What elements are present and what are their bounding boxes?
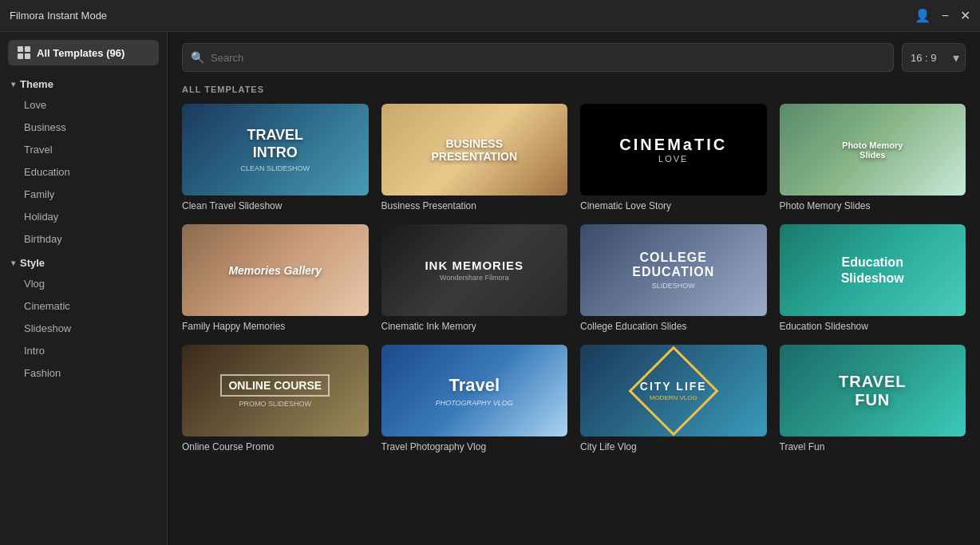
thumb-sub-travel-vlog: PHOTOGRAPHY VLOG [436,399,513,407]
sidebar-item-intro[interactable]: Intro [5,340,162,361]
thumb-title-online: ONLINE COURSE [220,374,330,397]
grid-icon [18,46,30,59]
template-card-clean-travel[interactable]: TRAVELINTRO CLEAN SLIDESHOW Clean Travel… [182,104,369,211]
search-input-wrapper[interactable]: 🔍 [182,43,894,72]
thumb-title-city: CITY LIFE [640,380,707,393]
template-thumb-cinematic: CINEMaTIC LOVE [580,104,767,195]
template-thumb-family: Memories Gallery [182,224,369,316]
theme-label: Theme [20,78,53,90]
thumb-title-business: BUSINESSPRESENTATION [431,137,517,163]
user-icon[interactable]: 👤 [915,8,931,23]
template-card-city[interactable]: CITY LIFE MODERN VLOG City Life Vlog [580,345,767,452]
template-thumb-photo-memory: Photo MemorySlides [780,104,966,195]
thumb-title-travel-vlog: Travel [436,375,513,396]
template-label-college: College Education Slides [580,321,767,332]
template-card-travel-vlog[interactable]: Travel PHOTOGRAPHY VLOG Travel Photograp… [381,345,568,452]
thumb-sub-online: PROMO SLIDESHOW [239,400,311,408]
template-thumb-online: ONLINE COURSE PROMO SLIDESHOW [182,345,369,436]
search-bar-row: 🔍 16 : 9 9 : 16 1 : 1 4 : 3 [182,43,966,72]
aspect-ratio-select[interactable]: 16 : 9 9 : 16 1 : 1 4 : 3 [902,43,966,72]
template-card-family[interactable]: Memories Gallery Family Happy Memories [182,224,369,332]
sidebar-item-education[interactable]: Education [5,161,162,183]
template-card-photo-memory[interactable]: Photo MemorySlides Photo Memory Slides [780,104,966,211]
search-input[interactable] [211,52,885,64]
title-bar-controls: 👤 − ✕ [915,8,970,23]
template-card-edu[interactable]: EducationSlideshow Education Slideshow [780,224,966,332]
thumb-title-cinematic: CINEMaTIC [619,136,727,154]
template-label-travel-vlog: Travel Photography Vlog [381,441,568,452]
template-grid: TRAVELINTRO CLEAN SLIDESHOW Clean Travel… [182,104,966,452]
sidebar-item-business[interactable]: Business [5,117,162,138]
template-thumb-business: BUSINESSPRESENTATION [381,104,568,195]
main-layout: All Templates (96) ▾ Theme Love Business… [0,32,980,545]
all-templates-label: All Templates (96) [37,47,124,59]
template-card-travel-fun[interactable]: TRAVELFUN Travel Fun [780,345,966,452]
sidebar-item-love[interactable]: Love [5,94,162,116]
template-thumb-city: CITY LIFE MODERN VLOG [580,345,767,436]
template-thumb-college: COLLEGEEDUCATION SLIDESHOW [580,224,767,316]
style-label: Style [20,257,45,269]
template-label-travel-fun: Travel Fun [780,441,966,452]
template-label-clean-travel: Clean Travel Slideshow [182,200,369,211]
template-thumb-clean-travel: TRAVELINTRO CLEAN SLIDESHOW [182,104,369,195]
template-label-business: Business Presentation [381,200,568,211]
thumb-sub-cinematic: LOVE [619,154,727,164]
thumb-title-clean-travel: TRAVELINTRO [240,127,310,161]
close-button[interactable]: ✕ [960,8,970,23]
thumb-sub-ink: Wondershare Filmora [440,274,508,282]
thumb-sub-college: SLIDESHOW [652,282,695,290]
sidebar-item-slideshow[interactable]: Slideshow [5,318,162,339]
template-card-cinematic[interactable]: CINEMaTIC LOVE Cinematic Love Story [580,104,767,211]
chevron-down-icon: ▾ [11,80,15,89]
template-label-photo-memory: Photo Memory Slides [780,200,966,211]
thumb-sub-clean-travel: CLEAN SLIDESHOW [240,164,310,172]
sidebar-item-birthday[interactable]: Birthday [5,228,162,250]
style-section-header[interactable]: ▾ Style [0,251,167,272]
template-thumb-edu: EducationSlideshow [780,224,966,316]
title-bar: Filmora Instant Mode 👤 − ✕ [0,0,980,32]
section-title: ALL TEMPLATES [182,85,966,94]
all-templates-button[interactable]: All Templates (96) [8,40,159,65]
thumb-title-travel-fun: TRAVELFUN [839,373,907,409]
thumb-title-family: Memories Gallery [228,264,322,277]
template-label-cinematic: Cinematic Love Story [580,200,767,211]
chevron-down-icon-style: ▾ [11,259,15,267]
sidebar-item-cinematic[interactable]: Cinematic [5,295,162,317]
theme-section-header[interactable]: ▾ Theme [0,72,167,93]
template-thumb-travel-vlog: Travel PHOTOGRAPHY VLOG [381,345,568,436]
template-card-business[interactable]: BUSINESSPRESENTATION Business Presentati… [381,104,568,211]
template-label-ink: Cinematic Ink Memory [381,321,568,332]
aspect-ratio-wrapper[interactable]: 16 : 9 9 : 16 1 : 1 4 : 3 [902,43,966,72]
template-card-college[interactable]: COLLEGEEDUCATION SLIDESHOW College Educa… [580,224,767,332]
thumb-sub-city: MODERN VLOG [640,394,707,401]
template-thumb-ink: INK MEMORIES Wondershare Filmora [381,224,568,316]
template-label-city: City Life Vlog [580,441,767,452]
thumb-title-edu: EducationSlideshow [841,255,904,285]
thumb-title-ink: INK MEMORIES [425,259,524,272]
app-title: Filmora Instant Mode [10,10,107,22]
minimize-button[interactable]: − [942,9,949,23]
search-icon: 🔍 [191,51,204,64]
template-label-edu: Education Slideshow [780,321,966,332]
sidebar-item-travel[interactable]: Travel [5,139,162,160]
sidebar-item-vlog[interactable]: Vlog [5,273,162,294]
thumb-title-photo-memory: Photo MemorySlides [842,140,903,160]
sidebar: All Templates (96) ▾ Theme Love Business… [0,32,168,545]
template-thumb-travel-fun: TRAVELFUN [780,345,966,436]
sidebar-item-holiday[interactable]: Holiday [5,206,162,227]
template-card-ink[interactable]: INK MEMORIES Wondershare Filmora Cinemat… [381,224,568,332]
template-label-online: Online Course Promo [182,441,369,452]
template-label-family: Family Happy Memories [182,321,369,332]
content-area: 🔍 16 : 9 9 : 16 1 : 1 4 : 3 ALL TEMPLATE… [168,32,980,545]
sidebar-item-fashion[interactable]: Fashion [5,362,162,384]
thumb-title-college: COLLEGEEDUCATION [632,251,714,278]
template-card-online[interactable]: ONLINE COURSE PROMO SLIDESHOW Online Cou… [182,345,369,452]
sidebar-item-family[interactable]: Family [5,184,162,205]
